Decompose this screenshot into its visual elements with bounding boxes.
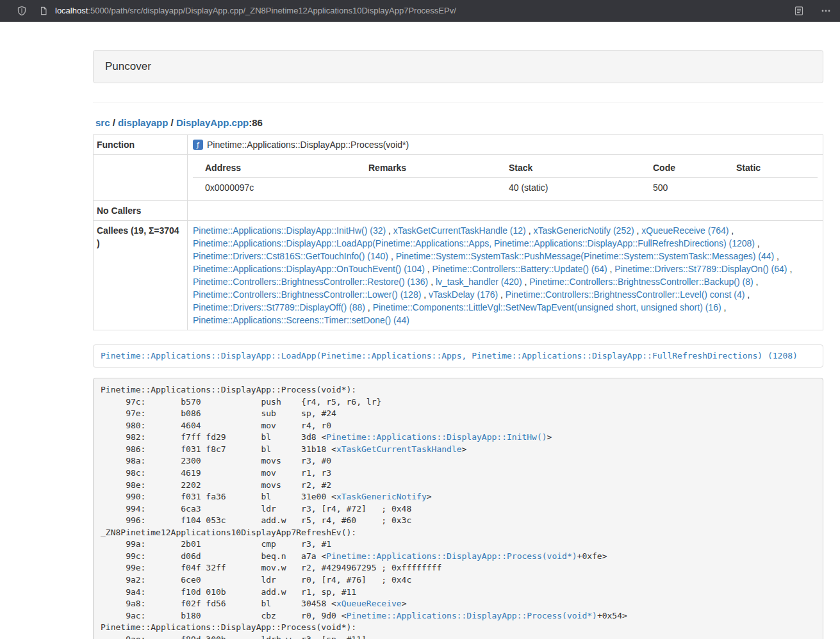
callee-link[interactable]: vTaskDelay (176) bbox=[429, 289, 498, 300]
disassembly-block: Pinetime::Applications::DisplayApp::Proc… bbox=[93, 378, 823, 639]
callee-link[interactable]: Pinetime::Applications::DisplayApp::Init… bbox=[193, 225, 386, 236]
callee-link[interactable]: Pinetime::Drivers::Cst816S::GetTouchInfo… bbox=[193, 251, 388, 261]
breadcrumb-link[interactable]: DisplayApp.cpp bbox=[176, 117, 249, 128]
callee-link[interactable]: Pinetime::Applications::DisplayApp::Load… bbox=[193, 238, 755, 248]
divider bbox=[93, 102, 823, 102]
disassembly-symbol-link[interactable]: Pinetime::Applications::DisplayApp::Init… bbox=[326, 432, 547, 442]
callees-row: Callees (19, Σ=3704 ) Pinetime::Applicat… bbox=[94, 221, 823, 330]
address-value: 0x0000097c bbox=[193, 178, 356, 197]
stats-cell: Address Remarks Stack Code Static 0x0000… bbox=[188, 155, 823, 201]
callee-link[interactable]: Pinetime::Controllers::BrightnessControl… bbox=[193, 277, 428, 287]
url-text: localhost:5000/path/src/displayapp/Displ… bbox=[55, 4, 456, 17]
browser-toolbar: localhost:5000/path/src/displayapp/Displ… bbox=[0, 0, 840, 22]
stats-values: 0x0000097c 40 (static) 500 bbox=[193, 178, 818, 197]
function-label: Function bbox=[94, 135, 188, 155]
remarks-value bbox=[356, 178, 497, 197]
function-row: Function ƒ Pinetime::Applications::Displ… bbox=[94, 135, 823, 155]
disassembly-symbol-link[interactable]: Pinetime::Applications::DisplayApp::Proc… bbox=[326, 551, 577, 561]
callee-link[interactable]: Pinetime::Drivers::St7789::DisplayOff() … bbox=[193, 302, 365, 312]
callee-link[interactable]: Pinetime::Controllers::BrightnessControl… bbox=[506, 289, 745, 300]
callee-link[interactable]: Pinetime::Applications::Screens::Timer::… bbox=[193, 315, 409, 325]
no-callers-row: No Callers bbox=[94, 201, 823, 221]
url-path: :5000/path/src/displayapp/DisplayApp.cpp… bbox=[88, 6, 456, 15]
code-size-value: 500 bbox=[641, 178, 724, 197]
callers-cell bbox=[188, 201, 823, 221]
url-host: localhost bbox=[55, 6, 88, 15]
callee-link[interactable]: Pinetime::Controllers::BrightnessControl… bbox=[529, 277, 753, 287]
stack-value: 40 (static) bbox=[497, 178, 641, 197]
callee-link[interactable]: Pinetime::Controllers::BrightnessControl… bbox=[193, 289, 421, 300]
column-header-static: Static bbox=[724, 158, 818, 178]
breadcrumb-link[interactable]: displayapp bbox=[118, 117, 168, 128]
breadcrumb-line-number: :86 bbox=[249, 117, 263, 128]
selected-symbol-link[interactable]: Pinetime::Applications::DisplayApp::Load… bbox=[101, 351, 798, 360]
page-icon[interactable] bbox=[37, 4, 50, 17]
callee-link[interactable]: xQueueReceive (764) bbox=[641, 225, 729, 236]
function-name-cell: ƒ Pinetime::Applications::DisplayApp::Pr… bbox=[188, 135, 823, 155]
callee-link[interactable]: Pinetime::Drivers::St7789::DisplayOn() (… bbox=[614, 264, 787, 274]
disassembly-symbol-link[interactable]: xTaskGenericNotify bbox=[336, 492, 427, 501]
breadcrumb: src / displayapp / DisplayApp.cpp:86 bbox=[93, 117, 823, 129]
disassembly-symbol-link[interactable]: xQueueReceive bbox=[336, 599, 402, 608]
function-name: Pinetime::Applications::DisplayApp::Proc… bbox=[207, 140, 409, 150]
toolbar-actions bbox=[793, 4, 832, 17]
stats-row: Address Remarks Stack Code Static 0x0000… bbox=[94, 155, 823, 201]
app-header-panel: Puncover bbox=[93, 50, 823, 83]
stats-header: Address Remarks Stack Code Static bbox=[193, 158, 818, 178]
callee-link[interactable]: lv_task_handler (420) bbox=[436, 277, 522, 287]
column-header-code: Code bbox=[641, 158, 724, 178]
column-header-address: Address bbox=[193, 158, 356, 178]
function-table: Function ƒ Pinetime::Applications::Displ… bbox=[93, 134, 823, 330]
url-bar[interactable]: localhost:5000/path/src/displayapp/Displ… bbox=[37, 4, 781, 17]
main-content: Puncover src / displayapp / DisplayApp.c… bbox=[93, 50, 823, 639]
breadcrumb-separator: / bbox=[168, 117, 176, 128]
function-icon: ƒ bbox=[193, 140, 203, 150]
static-value bbox=[724, 178, 818, 197]
callee-link[interactable]: Pinetime::Components::LittleVgl::SetNewT… bbox=[373, 302, 721, 312]
reader-view-icon[interactable] bbox=[793, 4, 805, 17]
disassembly-symbol-link[interactable]: Pinetime::Applications::DisplayApp::Proc… bbox=[347, 611, 597, 620]
column-header-remarks: Remarks bbox=[356, 158, 497, 178]
page-actions-menu-icon[interactable] bbox=[819, 4, 832, 17]
column-header-stack: Stack bbox=[497, 158, 641, 178]
callee-link[interactable]: xTaskGetCurrentTaskHandle (12) bbox=[393, 225, 526, 236]
callee-link[interactable]: xTaskGenericNotify (252) bbox=[533, 225, 634, 236]
breadcrumb-separator: / bbox=[110, 117, 119, 128]
no-callers-label: No Callers bbox=[94, 201, 188, 221]
disassembly-symbol-link[interactable]: xTaskGetCurrentTaskHandle bbox=[336, 444, 462, 454]
callees-label: Callees (19, Σ=3704 ) bbox=[94, 221, 188, 330]
callee-link[interactable]: Pinetime::Applications::DisplayApp::OnTo… bbox=[193, 264, 425, 274]
callee-link[interactable]: Pinetime::Controllers::Battery::Update()… bbox=[432, 264, 607, 274]
selected-symbol-box: Pinetime::Applications::DisplayApp::Load… bbox=[93, 344, 823, 368]
empty-label-cell bbox=[94, 155, 188, 201]
callee-link[interactable]: Pinetime::System::SystemTask::PushMessag… bbox=[396, 251, 775, 261]
callees-cell: Pinetime::Applications::DisplayApp::Init… bbox=[188, 221, 823, 330]
tracking-protection-shield-icon[interactable] bbox=[15, 4, 28, 17]
breadcrumb-link[interactable]: src bbox=[95, 117, 110, 128]
page-title: Puncover bbox=[105, 60, 151, 72]
